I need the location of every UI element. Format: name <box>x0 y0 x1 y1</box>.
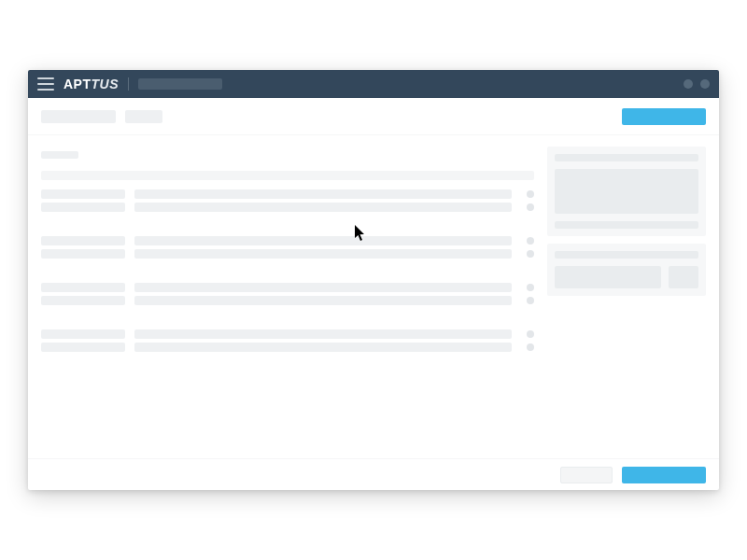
footer-secondary-button[interactable] <box>560 467 613 483</box>
list <box>41 189 534 447</box>
side-column <box>547 147 706 447</box>
row-col-a <box>41 203 125 212</box>
main-column <box>41 147 534 447</box>
row-col-b <box>134 249 512 259</box>
footer <box>28 458 719 490</box>
side-split <box>555 266 698 288</box>
row-status-dot <box>527 297 534 304</box>
page-title-placeholder <box>41 110 162 123</box>
list-group <box>41 329 534 356</box>
list-row[interactable] <box>41 189 534 199</box>
row-col-a <box>41 296 125 305</box>
list-header-skeleton <box>41 171 534 180</box>
crumb-skeleton <box>41 151 78 159</box>
list-row[interactable] <box>41 236 534 245</box>
list-row[interactable] <box>41 249 534 259</box>
row-status-dot <box>527 284 534 291</box>
list-row[interactable] <box>41 203 534 212</box>
side-line <box>555 251 698 259</box>
row-col-b <box>134 236 512 245</box>
brand-divider <box>128 77 129 91</box>
side-block-a <box>555 266 661 288</box>
row-col-b <box>134 296 512 305</box>
nav-search-placeholder[interactable] <box>138 78 222 90</box>
nav-action-dot-1[interactable] <box>684 79 693 89</box>
row-col-b <box>134 329 512 339</box>
title-skeleton-1 <box>41 110 116 123</box>
side-panel-mid <box>547 244 706 296</box>
footer-primary-button[interactable] <box>622 467 706 483</box>
row-col-b <box>134 283 512 292</box>
menu-icon[interactable] <box>37 77 54 91</box>
side-block-b <box>669 266 698 288</box>
list-group <box>41 283 534 309</box>
side-thumbnail <box>555 169 698 214</box>
row-status-dot <box>527 250 534 258</box>
row-col-a <box>41 343 125 352</box>
row-status-dot <box>527 203 534 211</box>
row-col-b <box>134 189 512 199</box>
list-row[interactable] <box>41 329 534 339</box>
row-col-a <box>41 236 125 245</box>
side-line <box>555 221 698 229</box>
row-col-b <box>134 203 512 212</box>
app-window: APTTUS <box>28 70 719 490</box>
brand-logo: APTTUS <box>63 77 119 91</box>
navbar: APTTUS <box>28 70 719 98</box>
subheader <box>28 98 719 135</box>
brand-part2: TUS <box>92 77 120 91</box>
header-primary-button[interactable] <box>622 108 706 125</box>
row-status-dot <box>527 190 534 198</box>
row-col-a <box>41 329 125 339</box>
list-group <box>41 189 534 216</box>
nav-action-dot-2[interactable] <box>700 79 710 89</box>
side-line <box>555 154 698 161</box>
row-col-a <box>41 189 125 199</box>
row-col-a <box>41 283 125 292</box>
breadcrumb-row <box>41 147 534 163</box>
side-panel-top <box>547 147 706 236</box>
row-status-dot <box>527 330 534 338</box>
list-group <box>41 236 534 262</box>
list-row[interactable] <box>41 283 534 292</box>
row-col-b <box>134 343 512 352</box>
row-status-dot <box>527 237 534 245</box>
row-col-a <box>41 249 125 259</box>
row-status-dot <box>527 343 534 351</box>
brand-part1: APT <box>63 77 92 91</box>
list-row[interactable] <box>41 296 534 305</box>
list-row[interactable] <box>41 343 534 352</box>
content <box>28 135 719 458</box>
title-skeleton-2 <box>125 110 162 123</box>
